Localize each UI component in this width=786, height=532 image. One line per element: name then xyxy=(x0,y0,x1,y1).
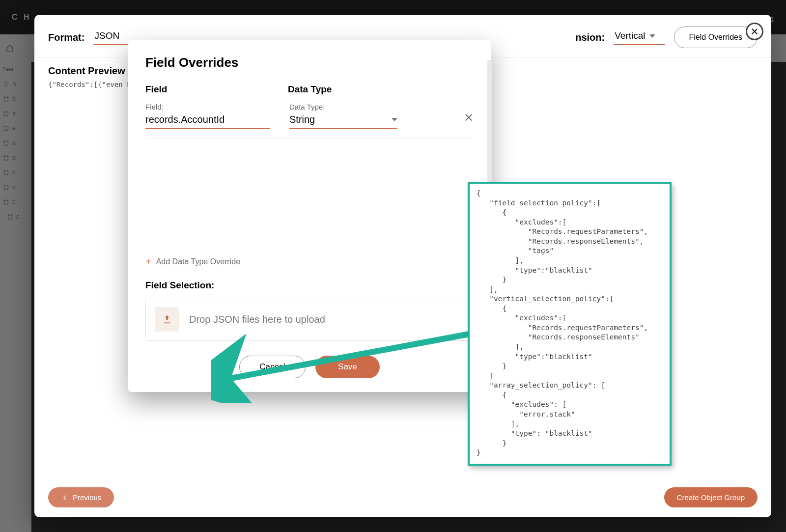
type-group: Data Type: String xyxy=(289,103,397,129)
inner-footer: Cancel Save xyxy=(145,356,474,378)
add-override-button[interactable]: + Add Data Type Override xyxy=(145,256,474,267)
format-select[interactable]: JSON xyxy=(93,29,129,45)
arrow-left-icon xyxy=(61,494,69,502)
column-headers: Field Data Type xyxy=(145,84,474,95)
file-dropzone[interactable]: Drop JSON files here to upload xyxy=(145,298,474,341)
callout-json: { "field_selection_policy":[ { "excludes… xyxy=(477,189,663,458)
close-icon xyxy=(464,112,474,122)
extension-select[interactable]: Vertical xyxy=(614,29,665,45)
create-object-group-button[interactable]: Create Object Group xyxy=(664,487,758,507)
type-select[interactable]: String xyxy=(289,112,397,129)
outer-footer: Previous Create Object Group xyxy=(34,477,771,517)
override-list: Field: Data Type: String xyxy=(145,100,474,247)
col-data-type: Data Type xyxy=(288,84,332,95)
upload-icon xyxy=(155,307,179,332)
extension-label: nsion: xyxy=(575,32,605,43)
field-group: Field: xyxy=(145,103,270,129)
chevron-down-icon xyxy=(392,118,397,121)
field-overrides-modal: Field Overrides Field Data Type Field: D… xyxy=(128,40,491,392)
field-input[interactable] xyxy=(145,112,270,129)
close-icon xyxy=(750,27,759,36)
save-button[interactable]: Save xyxy=(315,356,380,378)
modal-title: Field Overrides xyxy=(145,55,474,70)
plus-icon: + xyxy=(145,256,151,267)
remove-override-button[interactable] xyxy=(464,112,474,129)
previous-button[interactable]: Previous xyxy=(48,487,114,507)
field-label: Field: xyxy=(145,103,270,111)
close-button[interactable] xyxy=(746,23,763,40)
field-overrides-button[interactable]: Field Overrides xyxy=(674,27,758,48)
format-label: Format: xyxy=(48,32,84,43)
annotation-callout: { "field_selection_policy":[ { "excludes… xyxy=(468,182,672,466)
chevron-down-icon xyxy=(649,34,655,38)
override-row: Field: Data Type: String xyxy=(145,100,474,139)
cancel-button[interactable]: Cancel xyxy=(239,356,306,378)
dropzone-text: Drop JSON files here to upload xyxy=(189,314,325,325)
col-field: Field xyxy=(145,84,268,95)
field-selection-label: Field Selection: xyxy=(145,280,474,291)
type-label: Data Type: xyxy=(289,103,397,111)
